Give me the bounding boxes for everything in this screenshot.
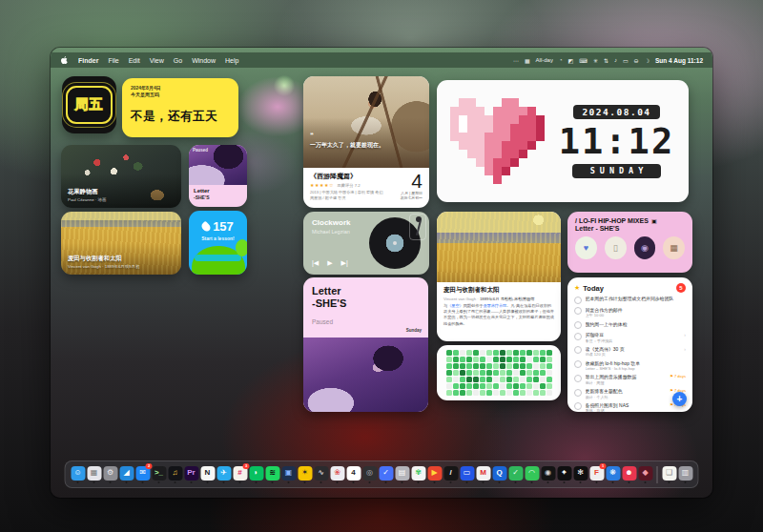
reminder-checkbox[interactable] xyxy=(574,307,582,315)
dock-item-calendar[interactable]: 4 xyxy=(346,466,361,483)
capture-icon[interactable]: ⌖ xyxy=(557,466,571,481)
dock-item-premiere[interactable]: Pr xyxy=(184,466,199,483)
settings-icon[interactable]: ⚙ xyxy=(103,466,117,481)
reminder-checkbox[interactable] xyxy=(574,321,582,329)
reminder-item[interactable]: 回复合作方的邮件上午 10:00 xyxy=(574,307,686,318)
photos-icon[interactable]: ❀ xyxy=(330,466,344,481)
dock-item-redbook[interactable]: ☻ xyxy=(622,466,637,483)
dock-item-cat-app[interactable]: ∿ xyxy=(314,466,329,483)
menu-window[interactable]: Window xyxy=(192,57,216,64)
messages-icon[interactable]: ◠ xyxy=(525,466,539,481)
status-icon[interactable]: ⇅ xyxy=(604,57,608,64)
status-icon[interactable]: ◩ xyxy=(568,57,574,64)
dock-item-telegram[interactable]: ✈ xyxy=(217,466,232,483)
mail-icon[interactable]: ✉2 xyxy=(135,466,150,481)
dock-item-launchpad[interactable]: ▦ xyxy=(87,466,102,483)
reminder-item[interactable]: 把本周的工作计划整理成文档并同步给团队 xyxy=(574,296,686,304)
reminder-checkbox[interactable] xyxy=(574,375,582,382)
dock-item-terminal[interactable]: >_ xyxy=(152,466,167,483)
notion-icon[interactable]: N xyxy=(200,466,215,481)
finder-icon[interactable]: ☺ xyxy=(71,466,85,481)
friday-app-icon[interactable]: 周五 xyxy=(62,76,116,133)
description-link[interactable]: 《星空》 xyxy=(447,303,464,308)
reminder-checkbox[interactable] xyxy=(574,360,582,368)
radio-cover[interactable]: ▦ xyxy=(663,236,685,259)
cat-app-icon[interactable]: ∿ xyxy=(314,466,328,481)
play-button[interactable]: ▶ xyxy=(327,259,332,267)
document-icon[interactable]: ❏ xyxy=(662,466,676,481)
dock-item-spotify[interactable]: ≋ xyxy=(265,466,280,483)
menu-help[interactable]: Help xyxy=(225,57,238,64)
reminder-checkbox[interactable] xyxy=(574,389,582,397)
reminders-today-widget[interactable]: ★ Today 5 把本周的工作计划整理成文档并同步给团队回复合作方的邮件上午 … xyxy=(567,277,692,412)
reminder-item[interactable]: 买咖啡豆备注：手冲浅烘› xyxy=(574,332,686,343)
reminder-item[interactable]: 读《梵高传》30 页已读 120 页› xyxy=(574,346,686,358)
status-icon[interactable]: ⊖ xyxy=(634,57,639,64)
m-app-icon[interactable]: M xyxy=(476,466,490,481)
menu-go[interactable]: Go xyxy=(174,57,182,64)
music-widget-letter-large[interactable]: Letter -SHE'S Paused Sunday xyxy=(303,277,428,412)
dock-item-chatgpt[interactable]: ✻ xyxy=(573,466,588,483)
dock-item-qq-music[interactable]: ♫ xyxy=(168,466,183,483)
dock-item-snowflake[interactable]: ❋ xyxy=(606,466,621,483)
menu-clock[interactable]: Sun 4 Aug 11:12 xyxy=(655,57,703,64)
dock-item-vinyl[interactable]: ◉ xyxy=(541,466,556,483)
wechat-icon[interactable]: ◗ xyxy=(249,466,263,481)
dock-item-notes[interactable]: ▤ xyxy=(395,466,410,483)
status-icon[interactable]: ▦ xyxy=(525,57,530,64)
bee-icon[interactable]: ✶ xyxy=(298,466,312,481)
status-icon[interactable]: ⌨ xyxy=(579,57,588,64)
dock-item-notion[interactable]: N xyxy=(200,466,216,483)
dock-item-q-app[interactable]: Q xyxy=(492,466,507,483)
status-icon[interactable]: ◔ xyxy=(559,57,563,63)
status-icon[interactable]: ✳ xyxy=(593,57,598,64)
previous-track-button[interactable]: |◀ xyxy=(312,259,319,267)
reminder-item[interactable]: 预约周一上午的体检 xyxy=(574,321,686,330)
reminder-checkbox[interactable] xyxy=(574,297,582,304)
dock-item-bee[interactable]: ✶ xyxy=(298,466,313,483)
music-widget-letter-small[interactable]: Paused Letter -SHE'S xyxy=(189,145,247,207)
slash-icon[interactable]: / xyxy=(443,466,458,481)
apple-logo-icon[interactable] xyxy=(60,55,69,65)
contribution-graph-widget[interactable] xyxy=(437,345,561,400)
darkred-app-icon[interactable]: ◆ xyxy=(638,466,652,481)
reminder-item[interactable]: 导出上周的音乐播放数据统计 · 周报⚑ 7 days xyxy=(574,374,686,385)
reminder-checkbox[interactable] xyxy=(574,402,582,410)
chatgpt-icon[interactable]: ✻ xyxy=(573,466,588,481)
dock-item-settings[interactable]: ⚙ xyxy=(103,466,118,483)
qq-music-icon[interactable]: ♫ xyxy=(168,466,182,481)
dock-item-houseplant[interactable]: ✾ xyxy=(411,466,426,483)
dock-item-disk[interactable]: ◎ xyxy=(362,466,378,483)
wheatfield-detail-widget[interactable]: 麦田与收割者和太阳 Vincent van Gogh · 1889年6月 克勒勒… xyxy=(437,212,561,341)
terminal-icon[interactable]: >_ xyxy=(152,466,166,481)
shield-icon[interactable]: ✓ xyxy=(508,466,523,481)
potplayer-icon[interactable]: ▶ xyxy=(427,466,442,481)
menu-finder[interactable]: Finder xyxy=(78,57,98,64)
reminder-checkbox[interactable] xyxy=(574,346,582,354)
dock-item-docker[interactable]: ▣ xyxy=(281,466,297,483)
lofi-mixes-widget[interactable]: / LO-FI HIP-HOP MIXES ▣ Letter - SHE'S ♥… xyxy=(567,212,692,273)
vinyl-cover[interactable]: ◉ xyxy=(634,236,656,259)
menu-view[interactable]: View xyxy=(150,57,164,64)
dock-item-shield[interactable]: ✓ xyxy=(508,466,524,483)
dock-item-finder[interactable]: ☺ xyxy=(71,466,86,483)
redbook-icon[interactable]: ☻ xyxy=(622,466,636,481)
dock-item-ticktick[interactable]: ✓ xyxy=(379,466,394,483)
dock-item-slack[interactable]: #3 xyxy=(233,466,248,483)
houseplant-icon[interactable]: ✾ xyxy=(411,466,425,481)
spotify-icon[interactable]: ≋ xyxy=(265,466,279,481)
dock[interactable]: ☺▦⚙◢✉2>_♫PrN✈#3◗≋▣✶∿❀4◎✓▤✾▶/▭MQ✓◠◉⌖✻F1❋☻… xyxy=(65,460,699,488)
menu-edit[interactable]: Edit xyxy=(129,57,140,64)
dock-item-m-app[interactable]: M xyxy=(476,466,491,483)
streak-widget[interactable]: 157 Start a lesson! xyxy=(189,211,247,275)
cezanne-art-widget[interactable]: 花果静物画 Paul Cézanne · 油画 xyxy=(61,145,181,208)
premiere-icon[interactable]: Pr xyxy=(184,466,198,481)
reminder-checkbox[interactable] xyxy=(574,333,582,340)
tv-icon[interactable]: ▭ xyxy=(460,466,474,481)
reminder-item[interactable]: 备份照片图库到 NAS系统 · 存储⚑ 7 days xyxy=(574,402,686,412)
dock-item-tv[interactable]: ▭ xyxy=(460,466,475,483)
calendar-icon[interactable]: 4 xyxy=(346,466,361,481)
description-link[interactable]: 圣雷米疗养院 xyxy=(483,303,506,308)
dock-item-darkred-app[interactable]: ◆ xyxy=(638,466,653,483)
dock-item-mail[interactable]: ✉2 xyxy=(135,466,151,483)
